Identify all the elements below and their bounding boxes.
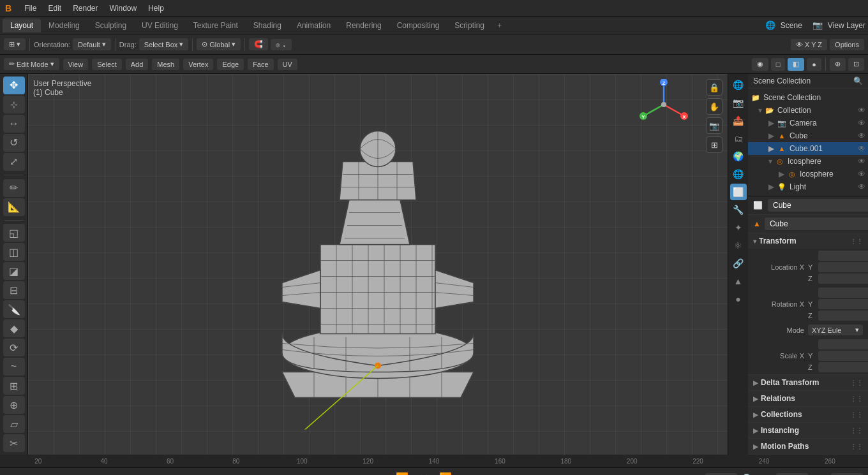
- jump-start-button[interactable]: ⏮: [380, 472, 391, 476]
- navigation-gizmo[interactable]: Z X Y: [638, 79, 689, 132]
- constraints-prop-btn[interactable]: 🔗: [730, 255, 747, 272]
- motion-paths-header[interactable]: ▶ Motion Paths ⋮⋮: [748, 439, 868, 454]
- icosphere-group-visibility-eye[interactable]: 👁: [858, 157, 865, 166]
- xray-toggle[interactable]: ⊡: [848, 58, 864, 71]
- tool-add-cube[interactable]: ◱: [3, 224, 25, 242]
- outliner-scene-collection[interactable]: 📁 Scene Collection: [748, 91, 868, 104]
- select-menu[interactable]: Select: [92, 59, 122, 70]
- options-button[interactable]: Options: [830, 39, 864, 50]
- scale-y-input[interactable]: [818, 351, 868, 361]
- tab-uv-editing[interactable]: UV Editing: [134, 18, 186, 33]
- outliner-light[interactable]: ▶ 💡 Light 👁: [748, 180, 868, 193]
- location-x-input[interactable]: [818, 251, 868, 261]
- outliner-icosphere-group[interactable]: ▾ ◎ Icosphere 👁: [748, 155, 868, 168]
- object-prop-btn[interactable]: ⬜: [730, 184, 747, 200]
- location-y-input[interactable]: [818, 262, 868, 272]
- frame-end-input[interactable]: [831, 473, 863, 476]
- mesh-menu[interactable]: Mesh: [152, 59, 179, 70]
- rotation-z-input[interactable]: [818, 311, 868, 321]
- edge-menu[interactable]: Edge: [217, 59, 244, 70]
- vertex-menu[interactable]: Vertex: [183, 59, 213, 70]
- viewport-shading-2[interactable]: □: [771, 58, 786, 71]
- snap-button[interactable]: 🧲: [249, 38, 268, 50]
- modifier-prop-btn[interactable]: 🔧: [730, 201, 747, 218]
- outliner-cube-001[interactable]: ▶ ▲ Cube.001 👁: [748, 142, 868, 155]
- viewport-3d[interactable]: User Perspective (1) Cube Z X Y: [28, 74, 728, 455]
- current-frame-input[interactable]: [705, 473, 737, 476]
- record-button[interactable]: ⏺: [365, 472, 375, 476]
- scale-z-input[interactable]: [818, 362, 868, 372]
- add-menu[interactable]: Add: [126, 59, 149, 70]
- tool-add-plane[interactable]: ◫: [3, 243, 25, 261]
- scene-prop-btn[interactable]: 🌐: [730, 77, 747, 93]
- location-z-input[interactable]: [818, 274, 868, 284]
- tab-texture-paint[interactable]: Texture Paint: [186, 18, 246, 33]
- tab-rendering[interactable]: Rendering: [338, 18, 389, 33]
- tool-move[interactable]: ↔: [3, 115, 25, 133]
- rotation-mode-selector[interactable]: XYZ Eule ▾: [808, 325, 863, 335]
- relations-header[interactable]: ▶ Relations ⋮⋮: [748, 391, 868, 406]
- tool-measure[interactable]: 📐: [3, 198, 25, 216]
- rotation-x-input[interactable]: [818, 288, 868, 298]
- material-prop-btn[interactable]: ●: [730, 291, 747, 307]
- tool-poly-build[interactable]: ◆: [3, 319, 25, 337]
- rotation-y-input[interactable]: [818, 299, 868, 309]
- tool-scale[interactable]: ⤢: [3, 153, 25, 171]
- drag-selector[interactable]: Select Box ▾: [139, 38, 189, 50]
- cube001-visibility-eye[interactable]: 👁: [858, 144, 865, 153]
- object-name-input[interactable]: [768, 199, 868, 212]
- camera-visibility-eye[interactable]: 👁: [858, 119, 865, 128]
- tool-edge-slide[interactable]: ⊞: [3, 377, 25, 395]
- data-prop-btn[interactable]: ▲: [730, 273, 747, 289]
- tab-animation[interactable]: Animation: [289, 18, 338, 33]
- light-visibility-eye[interactable]: 👁: [858, 182, 865, 191]
- viewport-shading-1[interactable]: ◉: [752, 58, 768, 71]
- menu-help[interactable]: Help: [143, 3, 169, 14]
- menu-file[interactable]: File: [19, 3, 41, 14]
- tab-sculpting[interactable]: Sculpting: [87, 18, 134, 33]
- mode-toggle[interactable]: ⊞ ▾: [4, 38, 26, 50]
- tool-cursor[interactable]: ⊹: [3, 96, 25, 113]
- collections-header[interactable]: ▶ Collections ⋮⋮: [748, 407, 868, 422]
- cube-visibility-eye[interactable]: 👁: [858, 131, 865, 140]
- tool-smooth[interactable]: ~: [3, 358, 25, 376]
- outliner-icosphere-child[interactable]: ▶ ◎ Icosphere 👁: [748, 168, 868, 180]
- edit-mode-dropdown[interactable]: ✏ Edit Mode ▾: [4, 58, 59, 70]
- add-workspace-button[interactable]: +: [492, 18, 507, 33]
- scale-x-input[interactable]: [818, 339, 868, 349]
- overlay-button[interactable]: 👁 X Y Z: [791, 39, 827, 50]
- tool-extrude[interactable]: ◪: [3, 262, 25, 280]
- orientation-selector[interactable]: Default ▾: [73, 38, 111, 50]
- viewport-shading-4[interactable]: ●: [807, 58, 821, 71]
- outliner-camera[interactable]: ▶ 📷 Camera 👁: [748, 117, 868, 129]
- view-menu[interactable]: View: [63, 59, 89, 70]
- tool-annotate[interactable]: ✏: [3, 179, 25, 197]
- jump-end-button[interactable]: ⏭: [457, 472, 467, 476]
- hand-tool-button[interactable]: ✋: [706, 98, 722, 115]
- outliner-search-icon[interactable]: 🔍: [853, 77, 863, 85]
- frame-start-input[interactable]: [776, 473, 808, 476]
- viewport-shading-3[interactable]: ◧: [788, 58, 804, 71]
- tab-modeling[interactable]: Modeling: [41, 18, 87, 33]
- particles-prop-btn[interactable]: ✦: [730, 219, 747, 236]
- menu-render[interactable]: Render: [68, 3, 103, 14]
- step-back-button[interactable]: ⏪: [396, 472, 408, 475]
- camera-view-button[interactable]: 📷: [706, 117, 722, 134]
- tool-spin[interactable]: ⟳: [3, 339, 25, 356]
- tool-knife[interactable]: 🔪: [3, 300, 25, 318]
- lock-camera-button[interactable]: 🔒: [706, 79, 722, 96]
- menu-window[interactable]: Window: [105, 3, 142, 14]
- tool-loop-cut[interactable]: ⊟: [3, 281, 25, 299]
- tab-compositing[interactable]: Compositing: [389, 18, 447, 33]
- transform-section-header[interactable]: ▾ Transform ⋮⋮: [748, 233, 868, 249]
- proportional-selector[interactable]: ⊙ Global ▾: [197, 38, 241, 50]
- world-view-button[interactable]: ⊞: [706, 136, 722, 153]
- play-reverse-button[interactable]: ◀: [414, 472, 421, 475]
- face-menu[interactable]: Face: [248, 59, 273, 70]
- instancing-header[interactable]: ▶ Instancing ⋮⋮: [748, 423, 868, 438]
- menu-edit[interactable]: Edit: [43, 3, 66, 14]
- outliner-collection[interactable]: ▾ 📂 Collection 👁: [748, 104, 868, 117]
- overlay-toggle[interactable]: ⊕: [830, 58, 846, 71]
- view-layer-prop-btn[interactable]: 🗂: [730, 130, 747, 147]
- play-button[interactable]: ▶: [426, 472, 434, 475]
